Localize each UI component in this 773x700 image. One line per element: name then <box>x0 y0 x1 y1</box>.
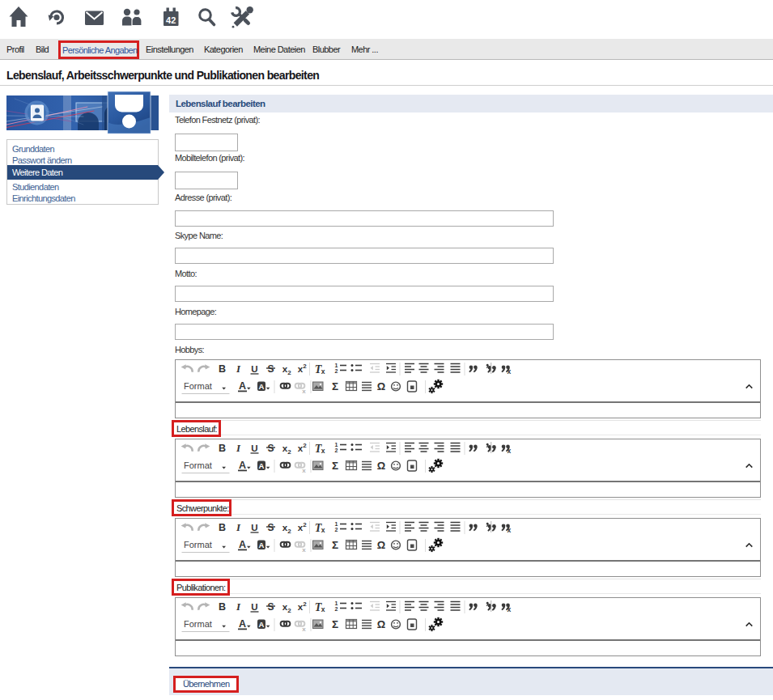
svg-text:42: 42 <box>166 15 176 25</box>
